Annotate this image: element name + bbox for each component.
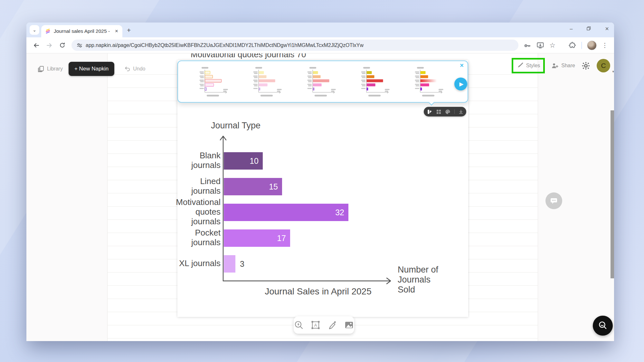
visual-options-toolbar: [424, 107, 466, 116]
magnifier-smile-icon: [597, 320, 608, 331]
close-window-button[interactable]: ×: [605, 25, 609, 32]
style-thumbnail-light-fill[interactable]: [300, 66, 341, 98]
annotation-highlight-styles: Styles: [512, 58, 545, 73]
style-thumbnail-outline-pastel[interactable]: [192, 66, 233, 98]
tab-strip: ⌄ Journal sales April 2025 - Napki × + –…: [26, 23, 614, 37]
palette-icon[interactable]: [445, 109, 450, 115]
bar-blank-journals: 10: [224, 152, 263, 170]
browser-toolbar: app.napkin.ai/page/CgoiCHByb2Qtb25lEiwKB…: [26, 37, 614, 53]
category-label-lined-journals: Lined journals: [191, 176, 221, 196]
styles-button[interactable]: Styles: [516, 62, 540, 69]
share-person-plus-icon: [551, 62, 559, 70]
bar-pocket-journals: 17: [224, 229, 290, 247]
image-icon[interactable]: [344, 320, 354, 330]
style-thumbnail-gradient[interactable]: [408, 66, 449, 98]
new-tab-button[interactable]: +: [127, 26, 131, 34]
bar-xl-journals: [224, 255, 235, 273]
divider: [454, 109, 455, 114]
bookmark-star-icon[interactable]: ☆: [549, 42, 555, 49]
zoom-search-button[interactable]: [593, 316, 613, 336]
bar-value-motivational-quotes-journals: 32: [335, 204, 344, 221]
minimize-button[interactable]: –: [570, 26, 573, 32]
bar-value-xl-journals: 3: [240, 255, 244, 273]
style-thumbnails-row: [192, 66, 449, 98]
category-label-pocket-journals: Pocket journals: [191, 228, 221, 247]
url-text: app.napkin.ai/page/CgoiCHByb2Qtb25lEiwKB…: [86, 42, 364, 48]
comments-button[interactable]: [545, 192, 562, 209]
share-button[interactable]: Share: [551, 62, 575, 70]
napkin-app-area: Motivational quotes journals 70 Library …: [26, 53, 614, 341]
styles-popover: × ▶: [177, 60, 468, 103]
extensions-icon[interactable]: [568, 41, 576, 49]
site-settings-icon[interactable]: [77, 42, 82, 48]
new-napkin-button[interactable]: + New Napkin: [69, 62, 114, 76]
clipped-text-line: Motivational quotes journals 70: [191, 53, 339, 60]
back-button[interactable]: [31, 40, 42, 51]
style-thumbnail-soft-fill[interactable]: [246, 66, 287, 98]
text-box-icon[interactable]: A: [311, 320, 320, 330]
insert-toolbar: A: [294, 316, 354, 334]
bar-lined-journals: 15: [224, 178, 282, 195]
spark-search-icon[interactable]: [294, 320, 304, 330]
bar-motivational-quotes-journals: 32: [224, 204, 348, 221]
chat-bubble-icon: [550, 197, 558, 205]
style-thumbnail-bold[interactable]: [354, 66, 395, 98]
url-bar[interactable]: app.napkin.ai/page/CgoiCHByb2Qtb25lEiwKB…: [71, 40, 518, 51]
chart-title: Journal Sales in April 2025: [223, 286, 413, 297]
category-label-blank-journals: Blank journals: [191, 151, 221, 170]
chevron-down-icon: ▾: [612, 70, 614, 74]
bar-value-pocket-journals: 17: [277, 229, 286, 247]
restore-button[interactable]: [587, 26, 591, 32]
settings-gear-icon[interactable]: [582, 61, 590, 70]
browser-window: ⌄ Journal sales April 2025 - Napki × + –…: [26, 23, 614, 341]
grid-icon[interactable]: [436, 109, 441, 114]
account-avatar[interactable]: C ▾: [597, 59, 610, 72]
category-label-motivational-quotes-journals: Motivational quotes journals: [176, 197, 221, 226]
bar-value-blank-journals: 10: [250, 152, 259, 170]
paintbrush-icon: [516, 62, 524, 69]
next-styles-button[interactable]: ▶: [454, 78, 467, 90]
svg-text:A: A: [314, 323, 317, 328]
tab-search-button[interactable]: ⌄: [30, 25, 39, 35]
undo-icon: [124, 66, 131, 72]
divider: [582, 42, 582, 49]
undo-button[interactable]: Undo: [124, 66, 145, 72]
key-icon[interactable]: [524, 42, 531, 49]
library-button[interactable]: Library: [37, 65, 63, 72]
app-scrollbar[interactable]: [611, 110, 614, 278]
menu-dots-icon[interactable]: ⋮: [602, 42, 608, 49]
style-swatch-icon[interactable]: [427, 109, 432, 115]
refresh-button[interactable]: [57, 40, 68, 51]
active-tab[interactable]: Journal sales April 2025 - Napki ×: [41, 25, 122, 37]
install-icon[interactable]: [536, 42, 544, 49]
pen-icon[interactable]: [327, 320, 337, 330]
profile-avatar[interactable]: [587, 41, 597, 50]
popover-close-icon[interactable]: ×: [460, 62, 464, 69]
category-label-xl-journals: XL journals: [179, 258, 221, 268]
bar-value-lined-journals: 15: [269, 178, 278, 195]
download-icon[interactable]: [459, 109, 463, 114]
tab-close-icon[interactable]: ×: [114, 28, 119, 34]
forward-button[interactable]: [44, 40, 55, 51]
napkin-favicon: [45, 28, 51, 34]
library-icon: [37, 65, 44, 72]
tab-title: Journal sales April 2025 - Napki: [54, 28, 111, 34]
